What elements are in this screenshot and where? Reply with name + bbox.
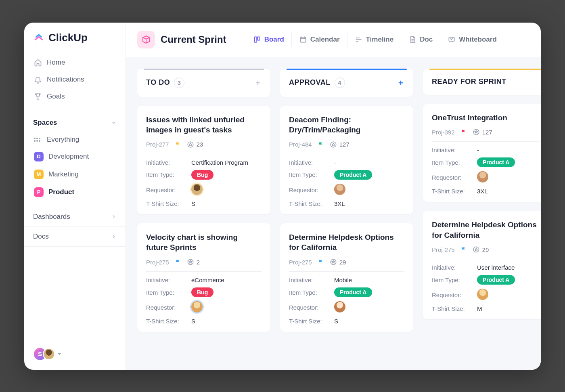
brand-name: ClickUp [48,31,88,44]
spaces-header[interactable]: Spaces [24,112,126,131]
task-card[interactable]: Determine Helpdesk Options for Californi… [423,211,541,319]
item-type-pill: Product A [334,170,372,180]
card-meta: Proj-275 29 [432,246,539,253]
item-type-pill: Bug [191,170,213,180]
column-header[interactable]: TO DO 3 [137,69,270,97]
project-id: Proj-275 [289,259,312,266]
clickup-logo-icon [33,32,44,43]
doc-icon [408,36,416,44]
card-fields: Initiative:User interface Item Type:Prod… [432,259,539,312]
task-card[interactable]: Velocity chart is showing future Sprints… [137,223,270,332]
card-fields: Initiative:Mobile Item Type:Product A Re… [289,271,404,325]
chevron-down-icon [111,120,117,126]
nav-docs[interactable]: Docs [24,226,126,247]
nav-home[interactable]: Home [29,55,121,71]
field-label: T-Shirt Size: [432,188,477,195]
card-title: Issues with linked unfurled images in gu… [146,115,262,135]
field-label: Item Type: [289,171,334,178]
item-type-pill: Product A [477,157,515,167]
sprint-icon [137,31,155,48]
field-label: Requestor: [289,187,334,193]
add-card-icon[interactable] [397,79,404,86]
card-title: Determine Helpdesk Options for Californi… [289,232,404,253]
space-badge: M [34,170,44,179]
workspace-switcher[interactable]: S [33,347,61,361]
bell-icon [34,75,42,84]
tab-label: Doc [420,36,433,44]
card-fields: Initiative:Certification Program Item Ty… [146,154,262,207]
tab-calendar[interactable]: Calendar [291,32,347,47]
nav-dashboards[interactable]: Dashboards [24,207,126,226]
score: 29 [473,246,489,253]
nav-notifications[interactable]: Notifications [29,71,121,88]
star-icon [187,258,194,266]
item-type-pill: Product A [477,275,515,285]
svg-rect-0 [254,37,257,42]
svg-rect-1 [257,37,260,40]
chevron-right-icon [111,214,117,220]
field-label: Initiative: [432,147,477,153]
item-type-pill: Product A [334,287,372,297]
board-column: READY FOR SPRINT OneTrust Integration Pr… [423,69,541,358]
field-label: Initiative: [146,277,191,283]
score: 127 [473,128,492,136]
project-id: Proj-484 [289,141,312,148]
nav-goals[interactable]: Goals [29,88,121,105]
task-card[interactable]: Issues with linked unfurled images in gu… [137,106,270,214]
svg-rect-2 [300,37,306,42]
add-card-icon[interactable] [254,79,262,86]
requestor-avatar [191,301,203,312]
column-count: 3 [174,78,184,88]
score-value: 127 [339,141,349,148]
field-value: S [334,318,338,325]
column-header[interactable]: APPROVAL 4 [280,69,413,97]
space-everything[interactable]: Everything [29,132,121,147]
card-fields: Initiative:- Item Type:Product A Request… [432,141,539,195]
field-label: Initiative: [289,159,334,166]
tab-label: Timeline [366,36,394,44]
task-card[interactable]: OneTrust Integration Proj-392 127 Initia… [423,104,541,202]
card-title: Deacom Finding: Dry/Trim/Packaging [289,115,404,135]
tab-board[interactable]: Board [246,32,291,47]
tab-label: Calendar [310,36,340,44]
field-label: Item Type: [432,277,477,283]
column-header[interactable]: READY FOR SPRINT [423,69,541,95]
sidebar: ClickUp Home Notifications Goals Spaces [24,23,126,370]
score-value: 29 [339,259,346,266]
field-label: Item Type: [289,289,334,296]
space-item-development[interactable]: D Development [29,149,121,165]
field-label: T-Shirt Size: [289,318,334,325]
score-value: 29 [482,246,489,253]
column-title: READY FOR SPRINT [432,78,506,86]
field-value: User interface [477,264,515,271]
chevron-right-icon [111,234,117,239]
score-value: 2 [197,259,200,266]
star-icon [187,141,194,148]
task-card[interactable]: Determine Helpdesk Options for Californi… [280,223,413,332]
view-tabs: Board Calendar Timeline Doc Whiteboard [246,32,504,47]
field-label: T-Shirt Size: [289,200,334,207]
nav-goals-label: Goals [47,92,65,101]
star-icon [330,258,337,266]
page-title-chip[interactable]: Current Sprint [137,31,226,48]
tab-whiteboard[interactable]: Whiteboard [440,32,504,47]
field-label: Initiative: [432,264,477,271]
space-badge: D [34,152,44,161]
space-item-product[interactable]: P Product [29,184,121,200]
tab-doc[interactable]: Doc [401,32,440,47]
tab-timeline[interactable]: Timeline [347,32,401,47]
column-count: 4 [335,78,345,88]
score: 23 [187,141,203,148]
task-card[interactable]: Deacom Finding: Dry/Trim/Packaging Proj-… [280,106,413,214]
main: Current Sprint Board Calendar Timeline [126,23,541,370]
spaces-header-label: Spaces [33,119,57,127]
brand[interactable]: ClickUp [24,31,126,53]
space-item-label: Development [48,153,89,161]
requestor-avatar [334,184,345,195]
page-title: Current Sprint [161,34,226,45]
field-value: Certification Program [191,159,248,166]
field-label: T-Shirt Size: [146,200,191,207]
space-item-marketing[interactable]: M Marketing [29,166,121,182]
whiteboard-icon [448,36,456,44]
card-title: OneTrust Integration [432,113,539,123]
